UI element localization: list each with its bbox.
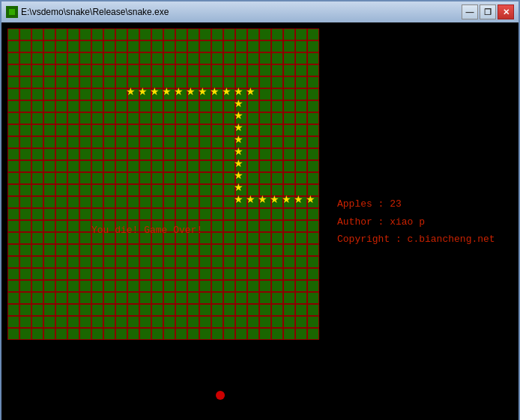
grid-cell bbox=[211, 76, 223, 88]
grid-cell bbox=[187, 268, 199, 280]
minimize-button[interactable]: — bbox=[462, 4, 478, 19]
grid-cell bbox=[91, 136, 103, 148]
grid-cell bbox=[295, 112, 307, 124]
grid-cell bbox=[91, 208, 103, 220]
grid-cell bbox=[271, 292, 283, 304]
grid-cell bbox=[31, 208, 43, 220]
grid-cell bbox=[43, 112, 55, 124]
grid-cell bbox=[163, 184, 175, 196]
grid-cell bbox=[55, 232, 67, 244]
grid-cell bbox=[283, 220, 295, 232]
grid-cell bbox=[151, 196, 163, 208]
grid-cell bbox=[7, 28, 19, 40]
grid-cell bbox=[19, 100, 31, 112]
grid-cell bbox=[67, 220, 79, 232]
apples-info: Apples : 23 bbox=[337, 195, 402, 213]
grid-cell bbox=[223, 304, 235, 316]
grid-cell bbox=[115, 316, 127, 328]
grid-cell bbox=[127, 124, 139, 136]
grid-cell bbox=[151, 112, 163, 124]
grid-cell bbox=[115, 124, 127, 136]
grid-cell bbox=[199, 160, 211, 172]
grid-cell bbox=[199, 112, 211, 124]
grid-cell bbox=[175, 112, 187, 124]
grid-cell bbox=[271, 280, 283, 292]
grid-cell bbox=[307, 184, 319, 196]
grid-cell bbox=[151, 100, 163, 112]
grid-cell bbox=[235, 280, 247, 292]
grid-cell bbox=[223, 220, 235, 232]
grid-cell bbox=[187, 316, 199, 328]
grid-cell bbox=[67, 232, 79, 244]
grid-cell bbox=[199, 280, 211, 292]
grid-cell bbox=[163, 280, 175, 292]
grid-cell bbox=[127, 148, 139, 160]
grid-cell bbox=[7, 148, 19, 160]
grid-cell bbox=[199, 304, 211, 316]
grid-cell bbox=[163, 304, 175, 316]
grid-cell bbox=[295, 280, 307, 292]
grid-cell bbox=[31, 124, 43, 136]
grid-cell bbox=[199, 40, 211, 52]
grid-cell bbox=[55, 40, 67, 52]
restore-button[interactable]: ❐ bbox=[480, 4, 496, 19]
grid-cell bbox=[91, 328, 103, 340]
grid-cell bbox=[139, 52, 151, 64]
grid-cell bbox=[223, 316, 235, 328]
grid-cell bbox=[67, 316, 79, 328]
grid-cell bbox=[187, 172, 199, 184]
grid-cell bbox=[19, 304, 31, 316]
grid-cell bbox=[67, 328, 79, 340]
grid-cell bbox=[223, 100, 235, 112]
grid-cell bbox=[43, 64, 55, 76]
grid-cell bbox=[43, 88, 55, 100]
grid-cell bbox=[307, 136, 319, 148]
grid-cell bbox=[19, 136, 31, 148]
grid-cell bbox=[43, 160, 55, 172]
grid-cell bbox=[295, 196, 307, 208]
grid-cell bbox=[259, 52, 271, 64]
grid-cell bbox=[31, 100, 43, 112]
grid-cell bbox=[43, 292, 55, 304]
grid-cell bbox=[259, 256, 271, 268]
grid-cell bbox=[211, 64, 223, 76]
grid-cell bbox=[307, 268, 319, 280]
grid-cell bbox=[235, 196, 247, 208]
grid-cell bbox=[259, 196, 271, 208]
grid-cell bbox=[187, 40, 199, 52]
food-dot bbox=[216, 391, 225, 400]
grid-cell bbox=[55, 88, 67, 100]
window-title: E:\vsdemo\snake\Release\snake.exe bbox=[21, 7, 462, 17]
grid-cell bbox=[91, 256, 103, 268]
close-button[interactable]: ✕ bbox=[498, 4, 514, 19]
grid-cell bbox=[55, 256, 67, 268]
grid-cell bbox=[211, 52, 223, 64]
grid-cell bbox=[43, 172, 55, 184]
grid-cell bbox=[67, 268, 79, 280]
grid-cell bbox=[271, 136, 283, 148]
grid-cell bbox=[67, 52, 79, 64]
grid-cell bbox=[247, 268, 259, 280]
grid-cell bbox=[223, 76, 235, 88]
grid-cell bbox=[175, 88, 187, 100]
grid-cell bbox=[271, 148, 283, 160]
grid-cell bbox=[175, 148, 187, 160]
grid-cell bbox=[163, 208, 175, 220]
grid-cell bbox=[19, 268, 31, 280]
grid-cell bbox=[223, 112, 235, 124]
grid-cell bbox=[115, 28, 127, 40]
grid-cell bbox=[307, 64, 319, 76]
grid-cell bbox=[115, 148, 127, 160]
grid-cell bbox=[211, 268, 223, 280]
grid-cell bbox=[151, 280, 163, 292]
grid-cell bbox=[67, 280, 79, 292]
grid-cell bbox=[55, 28, 67, 40]
grid-cell bbox=[295, 124, 307, 136]
grid-cell bbox=[139, 76, 151, 88]
grid-cell bbox=[67, 40, 79, 52]
grid-cell bbox=[187, 124, 199, 136]
grid-cell bbox=[103, 100, 115, 112]
author-info: Author : xiao p bbox=[337, 213, 425, 231]
grid-cell bbox=[79, 232, 91, 244]
grid-cell bbox=[127, 88, 139, 100]
